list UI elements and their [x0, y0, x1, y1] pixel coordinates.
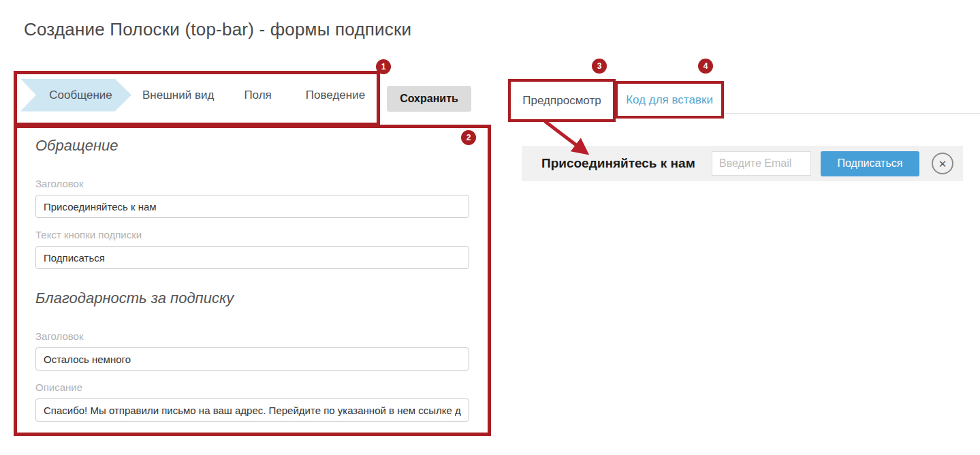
save-button[interactable]: Сохранить	[387, 86, 471, 112]
tab-behavior[interactable]: Поведение	[306, 89, 365, 102]
topbar-preview: Присоединяйтесь к нам Подписаться ✕	[522, 146, 963, 181]
field-label-title: Заголовок	[35, 178, 469, 189]
thanks-title-input[interactable]	[35, 347, 469, 371]
tab-preview[interactable]: Предпросмотр	[508, 79, 616, 122]
thanks-description-input[interactable]	[35, 398, 469, 422]
tab-message-label: Сообщение	[49, 89, 112, 102]
topbar-heading: Присоединяйтесь к нам	[541, 156, 695, 171]
tab-fields[interactable]: Поля	[244, 89, 271, 102]
annotation-badge-2: 2	[461, 130, 476, 145]
tab-embed-code-label: Код для вставки	[626, 93, 713, 107]
annotation-badge-3: 3	[592, 59, 607, 74]
field-label-button-text: Текст кнопки подписки	[35, 229, 469, 240]
email-input[interactable]	[712, 151, 811, 176]
annotation-badge-1: 1	[376, 59, 391, 74]
greeting-title-input[interactable]	[35, 195, 469, 218]
page-title: Создание Полоски (top-bar) - формы подпи…	[24, 19, 411, 40]
tab-message[interactable]: Сообщение	[20, 79, 131, 112]
tab-appearance[interactable]: Внешний вид	[142, 89, 214, 102]
form-tabs: Сообщение Внешний вид Поля Поведение	[14, 71, 373, 119]
field-label-description: Описание	[35, 381, 469, 393]
message-form-panel: Обращение Заголовок Текст кнопки подписк…	[14, 125, 484, 429]
section-title-thanks: Благодарность за подписку	[35, 289, 469, 307]
subscribe-button-text-input[interactable]	[35, 246, 469, 269]
close-icon[interactable]: ✕	[932, 153, 953, 174]
subscribe-button[interactable]: Подписаться	[821, 151, 919, 176]
tab-embed-code[interactable]: Код для вставки	[615, 81, 724, 119]
section-title-greeting: Обращение	[35, 137, 469, 155]
field-label-thanks-title: Заголовок	[35, 330, 469, 342]
annotation-badge-4: 4	[698, 59, 713, 74]
tab-preview-label: Предпросмотр	[522, 94, 601, 108]
